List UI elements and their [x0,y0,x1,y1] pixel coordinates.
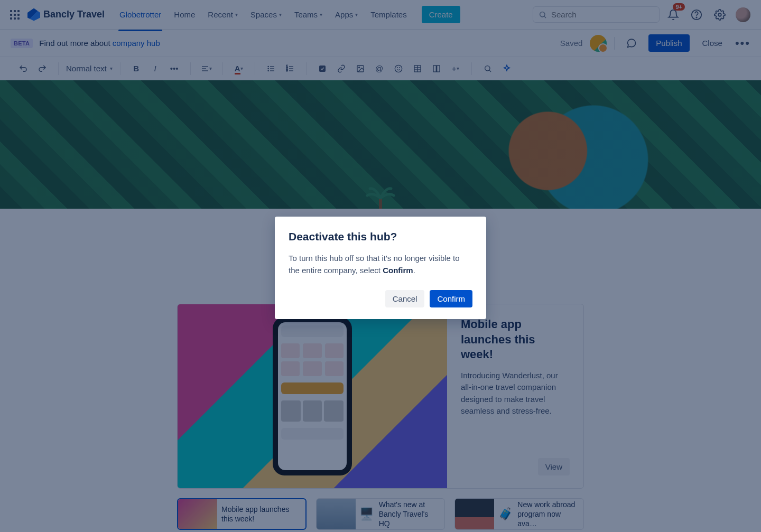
modal-overlay[interactable]: Deactivate this hub? To turn this hub of… [0,0,761,532]
deactivate-modal: Deactivate this hub? To turn this hub of… [275,217,486,319]
cancel-button[interactable]: Cancel [385,290,425,307]
confirm-button[interactable]: Confirm [430,290,472,307]
modal-body: To turn this hub off so that it's no lon… [289,253,472,276]
modal-title: Deactivate this hub? [289,230,472,243]
